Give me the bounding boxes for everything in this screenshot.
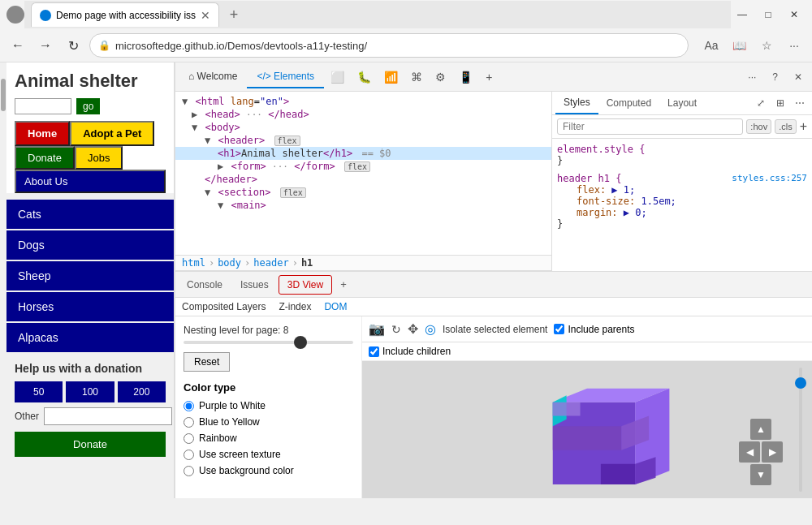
back-button[interactable]: ← [6, 34, 29, 57]
animal-horses-button[interactable]: Horses [6, 292, 174, 321]
tab-cmd-icon[interactable]: ⌘ [404, 67, 429, 87]
nav-jobs-button[interactable]: Jobs [75, 146, 123, 170]
tree-line-html[interactable]: ▼ <html lang="en"> [175, 95, 551, 108]
radio-rainbow[interactable] [184, 433, 194, 444]
include-children-checkbox[interactable] [369, 346, 379, 357]
reset-button[interactable]: Reset [184, 352, 230, 372]
devtools-help-btn[interactable]: ? [766, 68, 784, 86]
tab-add-icon[interactable]: + [479, 67, 499, 87]
nav-up-btn[interactable]: ▲ [750, 419, 771, 440]
ebook-btn[interactable]: 📖 [728, 34, 750, 57]
radio-purple-white[interactable] [184, 401, 194, 411]
breadcrumb-html[interactable]: html [182, 257, 205, 269]
pseudo-states-btn[interactable]: :hov [746, 119, 771, 134]
amount-50-button[interactable]: 50 [15, 381, 63, 402]
nav-left-btn[interactable]: ◀ [739, 441, 760, 463]
other-amount-input[interactable] [44, 407, 172, 425]
devtools-close-btn[interactable]: ✕ [788, 68, 809, 86]
breadcrumb-header[interactable]: header [253, 257, 288, 269]
tab-settings-icon[interactable]: ⚙ [429, 67, 452, 87]
tab-console[interactable]: Console [179, 276, 231, 294]
color-rainbow[interactable]: Rainbow [184, 432, 353, 444]
pan-btn[interactable]: ✥ [408, 321, 418, 337]
search-go-button[interactable]: go [76, 98, 100, 114]
refresh-button[interactable]: ↻ [62, 34, 84, 57]
tab-add-btn[interactable]: + [334, 275, 353, 294]
nav-down-btn[interactable]: ▼ [750, 464, 771, 485]
refresh-3d-btn[interactable]: ↻ [391, 323, 401, 336]
more-icon[interactable]: ⋯ [791, 94, 809, 112]
nav-about-button[interactable]: About Us [15, 170, 166, 193]
url-bar[interactable]: 🔒 microsoftedge.github.io/Demos/devtools… [89, 33, 689, 58]
tab-perf-icon[interactable]: 📶 [378, 67, 404, 87]
favorites-btn[interactable]: ☆ [755, 34, 778, 57]
tab-network-icon[interactable]: ⬜ [324, 67, 351, 87]
color-background[interactable]: Use background color [184, 465, 353, 476]
reader-view-btn[interactable]: Aa [700, 34, 723, 57]
tab-debug-icon[interactable]: 🐛 [351, 67, 378, 87]
camera-btn[interactable]: 📷 [369, 321, 385, 337]
include-parents-checkbox[interactable] [554, 324, 564, 334]
nav-adopt-button[interactable]: Adopt a Pet [70, 121, 154, 146]
breadcrumb-body[interactable]: body [218, 257, 241, 269]
tree-line-header[interactable]: ▼ <header> flex [175, 134, 551, 147]
minimize-button[interactable]: — [731, 6, 754, 24]
radio-screen-texture[interactable] [184, 450, 194, 460]
amount-200-button[interactable]: 200 [118, 381, 166, 402]
maximize-button[interactable]: □ [757, 6, 780, 24]
styles-filter-input[interactable] [557, 118, 743, 135]
donate-button[interactable]: Donate [15, 432, 166, 457]
color-purple-white[interactable]: Purple to White [184, 400, 353, 411]
radio-background-color[interactable] [184, 466, 194, 476]
animal-alpacas-button[interactable]: Alpacas [6, 323, 174, 352]
style-prop-font-size[interactable]: font-size: 1.5em; [557, 196, 807, 207]
browser-menu-btn[interactable]: ··· [783, 34, 806, 57]
animal-dogs-button[interactable]: Dogs [6, 230, 174, 260]
tree-line-header-close[interactable]: </header> [175, 173, 551, 186]
radio-blue-yellow[interactable] [184, 417, 194, 428]
tab-3d-view[interactable]: 3D View [279, 275, 332, 295]
forward-button[interactable]: → [34, 34, 57, 57]
style-prop-margin[interactable]: margin: ▶ 0; [557, 207, 807, 218]
expand-icon[interactable]: ⤢ [752, 94, 770, 112]
tree-line-body[interactable]: ▼ <body> [175, 121, 551, 134]
devtools-more-btn[interactable]: ··· [741, 68, 762, 86]
color-screen-texture[interactable]: Use screen texture [184, 449, 353, 460]
tree-line-main[interactable]: ▼ <main> [175, 199, 551, 212]
vertical-slider-thumb[interactable] [795, 377, 806, 389]
tree-line-head[interactable]: ▶ <head> ··· </head> [175, 108, 551, 121]
subtab-dom[interactable]: DOM [324, 301, 347, 312]
color-blue-yellow[interactable]: Blue to Yellow [184, 416, 353, 428]
search-input[interactable] [15, 98, 71, 114]
tab-computed[interactable]: Computed [598, 93, 659, 114]
tab-styles[interactable]: Styles [555, 92, 598, 114]
nav-donate-button[interactable]: Donate [15, 146, 75, 170]
isolate-btn[interactable]: ◎ [425, 321, 436, 337]
amount-100-button[interactable]: 100 [66, 381, 114, 402]
style-source-link[interactable]: styles.css:257 [732, 173, 807, 183]
active-tab[interactable]: Demo page with accessibility iss ✕ [31, 2, 219, 27]
tab-issues[interactable]: Issues [232, 276, 277, 294]
subtab-composited[interactable]: Composited Layers [182, 301, 266, 312]
grid-icon[interactable]: ⊞ [771, 94, 789, 112]
tab-close-btn[interactable]: ✕ [201, 9, 210, 22]
tab-welcome[interactable]: ⌂ Welcome [179, 66, 247, 88]
nav-right-btn[interactable]: ▶ [762, 441, 783, 463]
animal-cats-button[interactable]: Cats [6, 200, 174, 229]
subtab-zindex[interactable]: Z-index [279, 301, 311, 312]
breadcrumb-h1[interactable]: h1 [301, 257, 313, 269]
animal-sheep-button[interactable]: Sheep [6, 261, 174, 290]
tab-elements[interactable]: </> Elements [247, 66, 324, 88]
tree-line-form[interactable]: ▶ <form> ··· </form> flex [175, 160, 551, 173]
close-button[interactable]: ✕ [783, 6, 806, 24]
cls-btn[interactable]: .cls [775, 119, 797, 134]
new-tab-button[interactable]: + [222, 3, 245, 26]
nesting-slider-thumb[interactable] [294, 336, 307, 349]
tab-device-icon[interactable]: 📱 [452, 67, 479, 87]
tree-line-section[interactable]: ▼ <section> flex [175, 186, 551, 199]
nav-home-button[interactable]: Home [15, 121, 70, 146]
tree-line-h1[interactable]: <h1>Animal shelter</h1> == $0 [175, 147, 551, 160]
scroll-thumb[interactable] [1, 79, 6, 111]
add-style-btn[interactable]: + [800, 119, 807, 134]
tab-layout[interactable]: Layout [659, 93, 705, 114]
